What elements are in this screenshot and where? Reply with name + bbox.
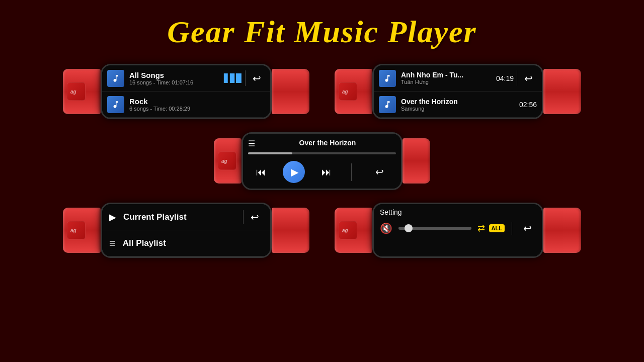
prev-button[interactable]: ⏮ xyxy=(256,166,266,178)
track-time-1: 04:19 xyxy=(496,74,514,82)
divider-4 xyxy=(243,210,244,224)
song-item-1[interactable]: All Songs 16 songs - Time: 01:07:16 ▋▊▉ … xyxy=(102,65,270,92)
back-btn-5[interactable]: ↩ xyxy=(519,220,536,236)
band-left-1 xyxy=(63,69,101,114)
device-2: Anh Nho Em - Tu... Tuân Hưng 04:19 ↩ Ove… xyxy=(335,59,581,124)
bars-icon: ▋▊▉ xyxy=(224,73,242,83)
track-artist-1: Tuân Hưng xyxy=(401,79,496,85)
list-icon[interactable]: ☰ xyxy=(248,139,255,148)
screen-3: ☰ Over the Horizon ⏮ ▶ ⏭ ↩ xyxy=(242,132,403,190)
back-btn-3[interactable]: ↩ xyxy=(371,164,388,180)
band-right-1 xyxy=(272,69,309,114)
playlist-item-2[interactable]: ≡ All Playlist xyxy=(102,230,270,256)
track-item-2[interactable]: Over the Horizon Samsung 02:56 xyxy=(374,92,542,118)
band-right-5 xyxy=(543,208,581,253)
music-icon-2 xyxy=(107,96,124,113)
progress-bar xyxy=(248,152,396,154)
track-info-1: Anh Nho Em - Tu... Tuân Hưng xyxy=(401,71,496,85)
page-title: Gear Fit Music Player xyxy=(0,0,644,59)
screen-1: All Songs 16 songs - Time: 01:07:16 ▋▊▉ … xyxy=(101,64,272,119)
next-button[interactable]: ⏭ xyxy=(321,166,332,178)
shuffle-icon[interactable]: ⇄ xyxy=(477,223,485,234)
band-left-5 xyxy=(335,208,372,253)
device-5: Setting 🔇 ⇄ ALL ↩ xyxy=(335,198,581,263)
current-playlist-icon: ▶ xyxy=(109,212,116,223)
song-info-1: All Songs 16 songs - Time: 01:07:16 xyxy=(129,71,221,85)
song-info-2: Rock 6 songs - Time: 00:28:29 xyxy=(129,97,265,112)
screen-5: Setting 🔇 ⇄ ALL ↩ xyxy=(372,203,543,258)
screen-2: Anh Nho Em - Tu... Tuân Hưng 04:19 ↩ Ove… xyxy=(372,64,543,119)
song-sub-2: 6 songs - Time: 00:28:29 xyxy=(129,106,265,112)
current-playlist-label: Current Playlist xyxy=(123,212,187,222)
song-title-2: Rock xyxy=(129,97,265,106)
band-left-2 xyxy=(335,69,372,114)
band-left-3 xyxy=(214,138,242,184)
device-3: ☰ Over the Horizon ⏮ ▶ ⏭ ↩ xyxy=(214,128,430,194)
all-badge: ALL xyxy=(489,224,505,232)
divider-5 xyxy=(512,222,512,235)
play-button[interactable]: ▶ xyxy=(283,161,305,183)
playlist-item-1[interactable]: ▶ Current Playlist ↩ xyxy=(102,204,270,230)
player-controls: ⏮ ▶ ⏭ ↩ xyxy=(248,161,396,183)
screen-4: ▶ Current Playlist ↩ ≡ All Playlist xyxy=(101,203,272,258)
band-left-4 xyxy=(63,208,101,253)
track-time-2: 02:56 xyxy=(519,101,537,109)
now-playing-title: Over the Horizon xyxy=(259,139,396,147)
back-btn-4[interactable]: ↩ xyxy=(247,209,263,225)
all-playlist-label: All Playlist xyxy=(123,238,166,248)
all-playlist-icon: ≡ xyxy=(109,237,116,250)
divider-2 xyxy=(517,70,517,86)
device-1: All Songs 16 songs - Time: 01:07:16 ▋▊▉ … xyxy=(63,59,309,124)
song-item-2[interactable]: Rock 6 songs - Time: 00:28:29 xyxy=(102,92,270,118)
band-right-3 xyxy=(403,138,430,184)
track-title-2: Over the Horizon xyxy=(401,98,519,106)
band-right-4 xyxy=(272,208,309,253)
play-icon: ▶ xyxy=(291,166,298,178)
track-artist-2: Samsung xyxy=(401,106,519,112)
app-title: Gear Fit Music Player xyxy=(167,15,476,49)
song-title-1: All Songs xyxy=(129,71,221,79)
song-sub-1: 16 songs - Time: 01:07:16 xyxy=(129,79,221,85)
track-icon-1 xyxy=(379,70,396,87)
device-4: ▶ Current Playlist ↩ ≡ All Playlist xyxy=(63,198,309,263)
band-right-2 xyxy=(543,69,581,114)
divider-3 xyxy=(351,163,352,181)
settings-row: 🔇 ⇄ ALL ↩ xyxy=(380,220,536,236)
progress-fill xyxy=(248,152,292,154)
mute-icon[interactable]: 🔇 xyxy=(380,222,392,234)
settings-title: Setting xyxy=(380,208,536,216)
track-title-1: Anh Nho Em - Tu... xyxy=(401,71,496,79)
track-info-2: Over the Horizon Samsung xyxy=(401,98,519,112)
divider-1 xyxy=(245,70,246,86)
track-icon-2 xyxy=(379,96,396,113)
back-btn-2[interactable]: ↩ xyxy=(520,70,537,86)
volume-slider[interactable] xyxy=(398,227,471,230)
back-btn-1[interactable]: ↩ xyxy=(249,70,265,86)
music-icon-1 xyxy=(107,70,124,87)
volume-knob xyxy=(405,224,413,232)
track-item-1[interactable]: Anh Nho Em - Tu... Tuân Hưng 04:19 ↩ xyxy=(374,65,542,92)
